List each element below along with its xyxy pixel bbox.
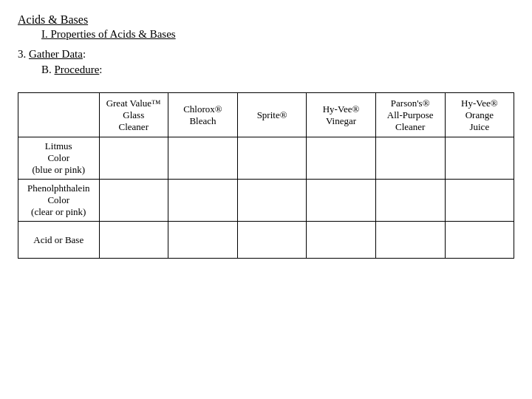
gather-data: 3. Gather Data: bbox=[18, 48, 514, 61]
table-row: PhenolphthaleinColor(clear or pink) bbox=[18, 180, 514, 222]
row-label-phenol: PhenolphthaleinColor(clear or pink) bbox=[18, 180, 100, 222]
col-header-bleach: Chlorox®Bleach bbox=[168, 93, 238, 137]
cell-phenol-oj bbox=[445, 180, 514, 222]
row-label-acid-base: Acid or Base bbox=[18, 222, 100, 259]
cell-acidbase-bleach bbox=[168, 222, 238, 259]
cell-acidbase-glass bbox=[99, 222, 168, 259]
page-title: Acids & Bases bbox=[18, 13, 514, 27]
col-header-glass-cleaner: Great Value™GlassCleaner bbox=[99, 93, 168, 137]
table-row: LitmusColor(blue or pink) bbox=[18, 137, 514, 180]
cell-acidbase-vinegar bbox=[307, 222, 375, 259]
cell-litmus-vinegar bbox=[307, 137, 375, 180]
cell-litmus-sprite bbox=[237, 137, 306, 180]
cell-acidbase-sprite bbox=[237, 222, 306, 259]
procedure: B. Procedure: bbox=[41, 64, 514, 76]
cell-phenol-sprite bbox=[237, 180, 306, 222]
cell-litmus-glass bbox=[99, 137, 168, 180]
cell-litmus-oj bbox=[445, 137, 514, 180]
cell-phenol-bleach bbox=[168, 180, 238, 222]
col-header-orange-juice: Hy-Vee®OrangeJuice bbox=[445, 93, 514, 137]
subtitle: I. Properties of Acids & Bases bbox=[41, 28, 514, 41]
data-table: Great Value™GlassCleaner Chlorox®Bleach … bbox=[18, 92, 514, 259]
cell-acidbase-oj bbox=[445, 222, 514, 259]
table-row: Acid or Base bbox=[18, 222, 514, 259]
cell-litmus-allpurpose bbox=[375, 137, 445, 180]
cell-acidbase-allpurpose bbox=[375, 222, 445, 259]
col-header-sprite: Sprite® bbox=[237, 93, 306, 137]
row-label-litmus: LitmusColor(blue or pink) bbox=[18, 137, 100, 180]
col-header-empty bbox=[18, 93, 100, 137]
cell-phenol-allpurpose bbox=[375, 180, 445, 222]
cell-phenol-vinegar bbox=[307, 180, 375, 222]
col-header-vinegar: Hy-Vee®Vinegar bbox=[307, 93, 375, 137]
col-header-all-purpose: Parson's®All-PurposeCleaner bbox=[375, 93, 445, 137]
cell-phenol-glass bbox=[99, 180, 168, 222]
cell-litmus-bleach bbox=[168, 137, 238, 180]
